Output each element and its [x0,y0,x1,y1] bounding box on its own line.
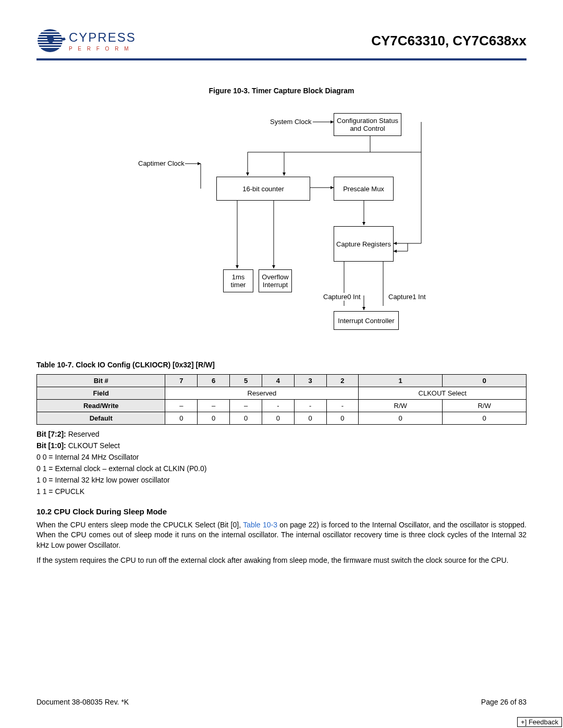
footer-page-number: Page 26 of 83 [481,698,527,706]
logo: CYPRESS P E R F O R M [36,26,136,55]
feedback-button[interactable]: +] Feedback [517,717,562,727]
box-config-status: Configuration Status and Control [334,113,401,136]
box-prescale-mux: Prescale Mux [334,177,394,201]
page-header: CYPRESS P E R F O R M CY7C63310, CY7C638… [36,26,527,55]
header-rule [36,58,527,60]
bit-descriptions: Bit [7:2]: Reserved Bit [1:0]: CLKOUT Se… [36,430,527,496]
svg-rect-7 [38,47,63,48]
svg-rect-2 [38,34,63,35]
page-footer: Document 38-08035 Rev. *K Page 26 of 83 [36,698,527,706]
label-capture1-int: Capture1 Int [388,293,426,301]
table-row-readwrite: Read/Write – – – - - - R/W R/W [37,400,527,412]
box-interrupt-controller: Interrupt Controller [334,311,399,330]
svg-rect-6 [38,44,63,45]
table-caption: Table 10-7. Clock IO Config (CLKIOCR) [0… [36,361,527,369]
logo-tagline: P E R F O R M [69,46,136,52]
logo-globe-icon [36,26,66,55]
label-capture0-int: Capture0 Int [323,293,361,301]
th-bitnum: Bit # [37,375,165,387]
box-overflow-interrupt: Overflow Interrupt [259,269,292,292]
box-16bit-counter: 16-bit counter [216,177,310,201]
clkout-opt-00: 0 0 = Internal 24 MHz Oscillator [36,453,527,461]
bit10-label: Bit [1:0]: [36,441,66,450]
block-diagram: System Clock Configuration Status and Co… [99,110,464,345]
register-table: Bit # 7 6 5 4 3 2 1 0 Field Reserved CLK… [36,374,527,425]
box-capture-registers: Capture Registers [334,226,394,262]
table-row-field: Field Reserved CLKOUT Select [37,387,527,400]
clkout-opt-10: 1 0 = Internal 32 kHz low power oscillat… [36,476,527,484]
link-table-10-3[interactable]: Table 10-3 [243,521,277,529]
table-header-row: Bit # 7 6 5 4 3 2 1 0 [37,375,527,387]
logo-text: CYPRESS [69,30,136,45]
clkout-opt-11: 1 1 = CPUCLK [36,487,527,496]
box-1ms-timer: 1ms timer [223,269,253,292]
label-system-clock: System Clock [270,118,311,126]
clkout-opt-01: 0 1 = External clock – external clock at… [36,464,527,473]
section-paragraph-2: If the system requires the CPU to run of… [36,556,527,565]
document-title: CY7C63310, CY7C638xx [371,33,527,49]
figure-caption: Figure 10-3. Timer Capture Block Diagram [36,87,527,95]
bit72-label: Bit [7:2]: [36,430,66,438]
footer-doc-rev: Document 38-08035 Rev. *K [36,698,129,706]
table-row-default: Default 0 0 0 0 0 0 0 0 [37,412,527,425]
svg-rect-1 [38,31,63,32]
label-captimer-clock: Captimer Clock [138,159,185,167]
section-paragraph-1: When the CPU enters sleep mode the CPUCL… [36,520,527,550]
section-heading: 10.2 CPU Clock During Sleep Mode [36,507,527,516]
